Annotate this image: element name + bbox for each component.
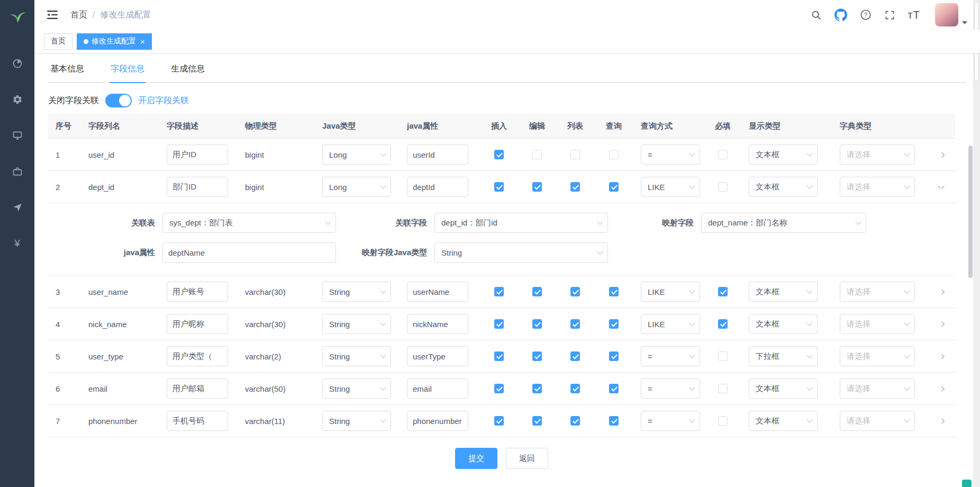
java-type-select[interactable]: Long [322, 177, 391, 197]
required-checkbox[interactable] [718, 182, 728, 192]
java-attribute-input[interactable] [407, 282, 468, 302]
expand-chevron-icon[interactable] [938, 322, 945, 327]
insert-checkbox[interactable] [494, 384, 504, 393]
sidebar-item-pay[interactable]: ¥ [0, 226, 34, 261]
java-type-select[interactable]: Long [322, 145, 391, 165]
insert-checkbox[interactable] [494, 150, 504, 159]
expand-chevron-icon[interactable] [938, 386, 945, 391]
query-checkbox[interactable] [609, 351, 619, 361]
github-icon[interactable] [834, 8, 847, 21]
font-size-icon[interactable]: тT [908, 9, 920, 21]
java-type-select[interactable]: String [322, 378, 391, 399]
edit-checkbox[interactable] [532, 182, 542, 192]
help-icon[interactable]: ? [860, 9, 872, 21]
required-checkbox[interactable] [718, 319, 728, 329]
fullscreen-icon[interactable] [884, 10, 895, 21]
dict-type-select[interactable]: 请选择 [840, 411, 915, 431]
list-checkbox[interactable] [570, 384, 580, 393]
back-button[interactable]: 返回 [506, 448, 548, 469]
close-icon[interactable]: × [140, 38, 145, 46]
expand-chevron-icon[interactable] [938, 290, 945, 294]
description-input[interactable] [167, 378, 228, 399]
display-type-select[interactable]: 文本框 [749, 177, 818, 197]
display-type-select[interactable]: 文本框 [749, 145, 818, 165]
mapped-field-select[interactable]: dept_name：部门名称 [701, 213, 866, 233]
tag-edit-gen-config[interactable]: 修改生成配置 × [77, 33, 152, 50]
tag-home[interactable]: 首页 [44, 33, 72, 50]
corner-widget[interactable] [962, 480, 972, 487]
list-checkbox[interactable] [570, 416, 580, 426]
insert-checkbox[interactable] [494, 182, 504, 192]
dict-type-select[interactable]: 请选择 [840, 177, 915, 197]
java-type-select[interactable]: String [322, 314, 391, 334]
description-input[interactable] [167, 346, 228, 366]
expand-chevron-icon[interactable] [938, 354, 945, 359]
list-checkbox[interactable] [570, 287, 580, 296]
edit-checkbox[interactable] [532, 351, 542, 361]
query-type-select[interactable]: LIKE [641, 177, 700, 197]
tab-field-info[interactable]: 字段信息 [110, 56, 146, 83]
query-type-select[interactable]: = [641, 378, 700, 399]
dict-type-select[interactable]: 请选择 [840, 314, 915, 334]
sidebar-collapse-icon[interactable] [44, 7, 62, 23]
query-checkbox[interactable] [609, 416, 619, 426]
edit-checkbox[interactable] [532, 287, 542, 296]
insert-checkbox[interactable] [494, 351, 504, 361]
query-checkbox[interactable] [609, 384, 619, 393]
description-input[interactable] [167, 314, 228, 334]
query-checkbox[interactable] [609, 182, 619, 192]
list-checkbox[interactable] [570, 150, 580, 159]
java-attribute-input[interactable] [407, 346, 468, 366]
display-type-select[interactable]: 文本框 [749, 411, 818, 431]
java-attr-input[interactable] [162, 242, 336, 263]
edit-checkbox[interactable] [532, 416, 542, 426]
display-type-select[interactable]: 下拉框 [749, 346, 818, 366]
tab-gen-info[interactable]: 生成信息 [170, 56, 206, 83]
list-checkbox[interactable] [570, 182, 580, 192]
display-type-select[interactable]: 文本框 [749, 378, 818, 399]
app-logo[interactable] [0, 0, 34, 32]
java-attribute-input[interactable] [407, 314, 468, 334]
java-attribute-input[interactable] [407, 145, 468, 165]
java-type-select[interactable]: String [322, 411, 391, 431]
display-type-select[interactable]: 文本框 [749, 314, 818, 334]
related-field-select[interactable]: dept_id：部门id [434, 213, 608, 233]
expand-chevron-icon[interactable] [938, 419, 945, 423]
description-input[interactable] [167, 145, 228, 165]
association-toggle[interactable] [105, 94, 132, 107]
dict-type-select[interactable]: 请选择 [840, 346, 915, 366]
query-type-select[interactable]: = [641, 346, 700, 366]
sidebar-item-tools[interactable] [0, 154, 34, 190]
query-checkbox[interactable] [609, 150, 619, 159]
query-checkbox[interactable] [609, 287, 619, 296]
edit-checkbox[interactable] [532, 384, 542, 393]
description-input[interactable] [167, 282, 228, 302]
java-type-select[interactable]: String [322, 282, 391, 302]
expand-chevron-icon[interactable] [938, 186, 945, 188]
list-checkbox[interactable] [570, 351, 580, 361]
required-checkbox[interactable] [718, 150, 728, 159]
sidebar-item-system[interactable] [0, 82, 34, 118]
tab-basic-info[interactable]: 基本信息 [49, 56, 85, 83]
insert-checkbox[interactable] [494, 319, 504, 329]
breadcrumb-home[interactable]: 首页 [70, 10, 87, 21]
sidebar-item-dashboard[interactable] [0, 46, 34, 82]
query-checkbox[interactable] [609, 319, 619, 329]
query-type-select[interactable]: = [641, 145, 700, 165]
search-icon[interactable] [811, 10, 822, 21]
table-scrollbar-thumb[interactable] [968, 146, 973, 278]
dict-type-select[interactable]: 请选择 [840, 282, 915, 302]
page-scrollbar[interactable] [973, 0, 980, 487]
avatar[interactable] [935, 3, 958, 26]
display-type-select[interactable]: 文本框 [749, 282, 818, 302]
submit-button[interactable]: 提交 [455, 448, 497, 469]
java-attribute-input[interactable] [407, 177, 468, 197]
insert-checkbox[interactable] [494, 416, 504, 426]
edit-checkbox[interactable] [532, 319, 542, 329]
query-type-select[interactable]: LIKE [641, 314, 700, 334]
required-checkbox[interactable] [718, 351, 728, 361]
required-checkbox[interactable] [718, 287, 728, 296]
related-table-select[interactable]: sys_dept：部门表 [162, 213, 336, 233]
sidebar-item-monitor[interactable] [0, 118, 34, 154]
edit-checkbox[interactable] [532, 150, 542, 159]
